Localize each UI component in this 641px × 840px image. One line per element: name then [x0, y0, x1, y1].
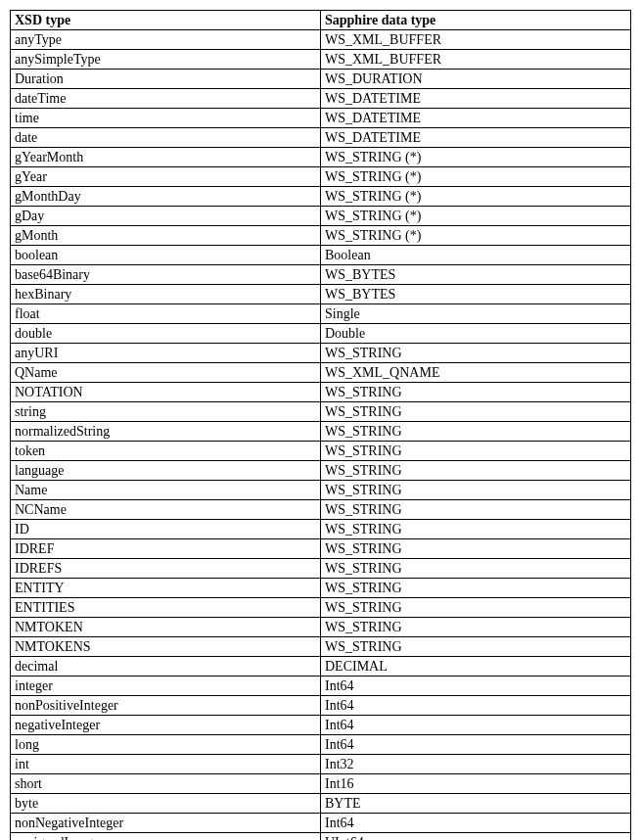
cell-xsd-type: nonNegativeInteger — [11, 814, 321, 833]
header-xsd-type: XSD type — [11, 11, 321, 30]
cell-sapphire-type: WS_STRING — [321, 598, 631, 618]
cell-sapphire-type: Boolean — [321, 246, 631, 265]
table-row: NMTOKENWS_STRING — [11, 618, 631, 637]
cell-sapphire-type: UInt64 — [321, 833, 631, 841]
cell-xsd-type: IDREFS — [11, 559, 321, 579]
table-row: NMTOKENSWS_STRING — [11, 637, 631, 657]
table-row: booleanBoolean — [11, 246, 631, 265]
table-row: IDREFWS_STRING — [11, 539, 631, 559]
table-row: ENTITIESWS_STRING — [11, 598, 631, 618]
cell-xsd-type: ENTITIES — [11, 598, 321, 618]
cell-sapphire-type: WS_STRING — [321, 442, 631, 461]
table-row: decimalDECIMAL — [11, 657, 631, 677]
table-header-row: XSD type Sapphire data type — [11, 11, 631, 30]
cell-sapphire-type: WS_BYTES — [321, 265, 631, 285]
table-row: shortInt16 — [11, 774, 631, 794]
cell-sapphire-type: WS_STRING — [321, 637, 631, 657]
table-row: DurationWS_DURATION — [11, 70, 631, 89]
cell-xsd-type: decimal — [11, 657, 321, 677]
table-row: intInt32 — [11, 755, 631, 774]
cell-xsd-type: integer — [11, 677, 321, 696]
cell-sapphire-type: WS_STRING — [321, 618, 631, 637]
cell-xsd-type: hexBinary — [11, 285, 321, 304]
cell-xsd-type: anyType — [11, 30, 321, 50]
cell-xsd-type: NCName — [11, 500, 321, 520]
cell-sapphire-type: Int64 — [321, 716, 631, 735]
cell-xsd-type: gYearMonth — [11, 148, 321, 167]
table-row: nonNegativeIntegerInt64 — [11, 814, 631, 833]
cell-sapphire-type: WS_STRING (*) — [321, 187, 631, 207]
cell-xsd-type: normalizedString — [11, 422, 321, 442]
cell-xsd-type: double — [11, 324, 321, 344]
table-row: tokenWS_STRING — [11, 442, 631, 461]
cell-xsd-type: QName — [11, 363, 321, 383]
table-row: ENTITYWS_STRING — [11, 579, 631, 598]
cell-sapphire-type: WS_XML_BUFFER — [321, 50, 631, 70]
cell-xsd-type: date — [11, 128, 321, 148]
cell-xsd-type: NMTOKENS — [11, 637, 321, 657]
cell-sapphire-type: WS_STRING — [321, 344, 631, 363]
table-row: gYearMonthWS_STRING (*) — [11, 148, 631, 167]
cell-xsd-type: Name — [11, 481, 321, 500]
table-row: stringWS_STRING — [11, 402, 631, 422]
table-row: dateWS_DATETIME — [11, 128, 631, 148]
cell-xsd-type: base64Binary — [11, 265, 321, 285]
cell-xsd-type: float — [11, 304, 321, 324]
table-row: nonPositiveIntegerInt64 — [11, 696, 631, 716]
cell-xsd-type: anySimpleType — [11, 50, 321, 70]
cell-sapphire-type: WS_STRING — [321, 559, 631, 579]
cell-sapphire-type: WS_DATETIME — [321, 109, 631, 128]
header-sapphire-type: Sapphire data type — [321, 11, 631, 30]
table-row: NOTATIONWS_STRING — [11, 383, 631, 402]
cell-sapphire-type: Int64 — [321, 696, 631, 716]
cell-xsd-type: time — [11, 109, 321, 128]
cell-xsd-type: string — [11, 402, 321, 422]
cell-xsd-type: gDay — [11, 207, 321, 226]
cell-xsd-type: ENTITY — [11, 579, 321, 598]
table-row: integerInt64 — [11, 677, 631, 696]
table-row: byteBYTE — [11, 794, 631, 814]
cell-xsd-type: token — [11, 442, 321, 461]
cell-xsd-type: negativeInteger — [11, 716, 321, 735]
table-row: anySimpleTypeWS_XML_BUFFER — [11, 50, 631, 70]
table-row: NameWS_STRING — [11, 481, 631, 500]
cell-sapphire-type: WS_XML_QNAME — [321, 363, 631, 383]
cell-sapphire-type: WS_DATETIME — [321, 128, 631, 148]
type-mapping-table: XSD type Sapphire data type anyTypeWS_XM… — [10, 10, 631, 840]
cell-xsd-type: anyURI — [11, 344, 321, 363]
table-row: anyURIWS_STRING — [11, 344, 631, 363]
cell-sapphire-type: Int64 — [321, 735, 631, 755]
cell-sapphire-type: BYTE — [321, 794, 631, 814]
cell-xsd-type: dateTime — [11, 89, 321, 109]
cell-sapphire-type: WS_BYTES — [321, 285, 631, 304]
cell-xsd-type: IDREF — [11, 539, 321, 559]
cell-sapphire-type: WS_STRING — [321, 539, 631, 559]
table-row: longInt64 — [11, 735, 631, 755]
table-row: languageWS_STRING — [11, 461, 631, 481]
cell-xsd-type: boolean — [11, 246, 321, 265]
table-row: floatSingle — [11, 304, 631, 324]
cell-xsd-type: language — [11, 461, 321, 481]
cell-sapphire-type: Int32 — [321, 755, 631, 774]
table-row: dateTimeWS_DATETIME — [11, 89, 631, 109]
cell-xsd-type: NMTOKEN — [11, 618, 321, 637]
cell-sapphire-type: WS_XML_BUFFER — [321, 30, 631, 50]
table-row: IDREFSWS_STRING — [11, 559, 631, 579]
cell-xsd-type: gMonthDay — [11, 187, 321, 207]
cell-xsd-type: Duration — [11, 70, 321, 89]
cell-sapphire-type: WS_STRING — [321, 422, 631, 442]
table-row: doubleDouble — [11, 324, 631, 344]
cell-xsd-type: short — [11, 774, 321, 794]
cell-sapphire-type: WS_STRING — [321, 383, 631, 402]
cell-xsd-type: gYear — [11, 167, 321, 187]
table-row: normalizedStringWS_STRING — [11, 422, 631, 442]
table-row: anyTypeWS_XML_BUFFER — [11, 30, 631, 50]
cell-sapphire-type: WS_STRING — [321, 402, 631, 422]
cell-xsd-type: unsignedLong — [11, 833, 321, 841]
table-row: gMonthWS_STRING (*) — [11, 226, 631, 246]
cell-sapphire-type: WS_DATETIME — [321, 89, 631, 109]
cell-sapphire-type: WS_STRING — [321, 520, 631, 539]
cell-sapphire-type: WS_STRING — [321, 500, 631, 520]
cell-sapphire-type: DECIMAL — [321, 657, 631, 677]
table-row: gMonthDayWS_STRING (*) — [11, 187, 631, 207]
